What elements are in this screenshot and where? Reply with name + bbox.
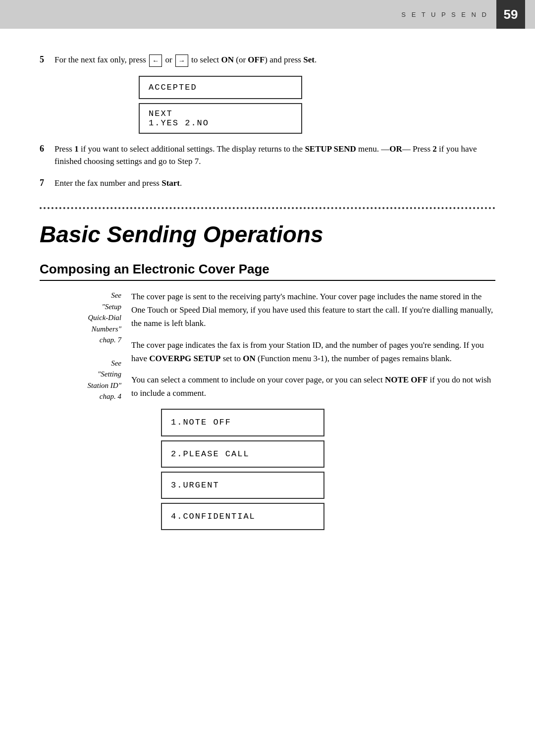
main-body-text: The cover page is sent to the receiving …: [131, 290, 495, 530]
subsection-header: Composing an Electronic Cover Page: [40, 262, 495, 281]
step-6: 6 Press 1 if you want to select addition…: [40, 143, 495, 168]
step-6-number: 6: [40, 143, 54, 154]
main-content: 5 For the next fax only, press ← or → to…: [0, 29, 535, 560]
body-layout: See"SetupQuick-DialNumbers"chap. 7 See"S…: [40, 290, 495, 530]
subsection-title: Composing an Electronic Cover Page: [40, 262, 269, 276]
step-7-text: Enter the fax number and press Start.: [54, 177, 495, 190]
sidebar-text-2: See"SettingStation ID"chap. 4: [40, 358, 121, 402]
header-bar: S E T U P S E N D 59: [0, 0, 535, 29]
left-arrow-icon: ←: [149, 54, 162, 67]
paragraph-1: The cover page is sent to the receiving …: [131, 290, 495, 330]
lcd-option-4: 4.CONFIDENTIAL: [161, 503, 324, 530]
paragraph-2: The cover page indicates the fax is from…: [131, 338, 495, 365]
sidebar-text-1: See"SetupQuick-DialNumbers"chap. 7: [40, 290, 121, 346]
step-7: 7 Enter the fax number and press Start.: [40, 177, 495, 190]
dotted-separator: [40, 207, 495, 209]
lcd-option-1: 1.NOTE OFF: [161, 409, 324, 436]
paragraph-3: You can select a comment to include on y…: [131, 373, 495, 400]
right-arrow-icon: →: [175, 54, 188, 67]
sidebar-block-1: See"SetupQuick-DialNumbers"chap. 7: [40, 290, 121, 346]
lcd-container-step5: ACCEPTED NEXT1.YES 2.NO: [139, 76, 302, 134]
header-label: S E T U P S E N D: [401, 11, 488, 18]
step-6-text: Press 1 if you want to select additional…: [54, 143, 495, 168]
step-5-text: For the next fax only, press ← or → to s…: [54, 54, 495, 67]
sidebar: See"SetupQuick-DialNumbers"chap. 7 See"S…: [40, 290, 131, 530]
step-5: 5 For the next fax only, press ← or → to…: [40, 54, 495, 67]
lcd-options: 1.NOTE OFF 2.PLEASE CALL 3.URGENT 4.CONF…: [161, 409, 324, 530]
lcd-accepted: ACCEPTED: [139, 76, 302, 99]
lcd-option-3: 3.URGENT: [161, 472, 324, 499]
header-right: S E T U P S E N D 59: [401, 0, 525, 29]
section-title: Basic Sending Operations: [40, 221, 495, 248]
lcd-next: NEXT1.YES 2.NO: [139, 103, 302, 134]
sidebar-block-2: See"SettingStation ID"chap. 4: [40, 358, 121, 402]
step-5-number: 5: [40, 54, 54, 65]
lcd-option-2: 2.PLEASE CALL: [161, 440, 324, 468]
step-7-number: 7: [40, 177, 54, 188]
page-number: 59: [496, 0, 525, 29]
